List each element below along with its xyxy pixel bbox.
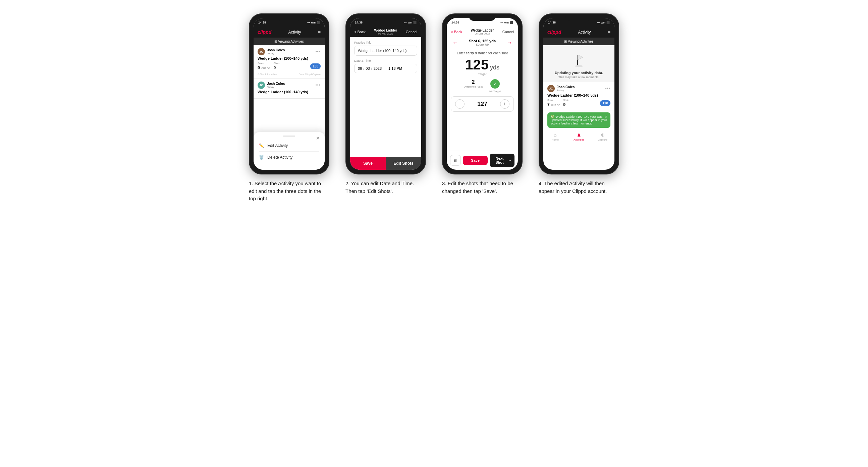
delete-label: Delete Activity <box>267 155 292 160</box>
sq-badge-4: 118 <box>600 100 611 106</box>
time-2: 14:38 <box>355 21 363 24</box>
phone-2: 14:38 ▪▪▪ wifi ⬛ < Back Wedge Ladder 06 … <box>345 13 426 175</box>
header-title-1: Activity <box>288 30 301 35</box>
time-3: 14:39 <box>452 21 459 24</box>
phone-1: 14:38 ▪▪▪ wifi ⬛ clippd Activity ≡ ⊞ Vie… <box>249 13 329 175</box>
logo-1: clippd <box>257 30 271 35</box>
phone-2-screen: 14:38 ▪▪▪ wifi ⬛ < Back Wedge Ladder 06 … <box>350 18 421 170</box>
golf-icon <box>571 52 587 68</box>
footer-left-1: ⊙ Test Information <box>257 73 277 76</box>
score-outof-1: OUT OF <box>261 67 270 69</box>
desc-3: 3. Edit the shots that need to be change… <box>442 180 523 195</box>
input-value[interactable]: 127 <box>467 101 497 108</box>
activity-card-1: JC Josh Coles Today ••• Wedge Ladder (10… <box>253 45 325 79</box>
menu-icon-1[interactable]: ≡ <box>318 30 321 35</box>
back-button-3[interactable]: < Back <box>451 30 462 34</box>
phone-4-column: 14:38 ▪▪▪ wifi ⬛ clippd Activity ≡ ⊞ Vie… <box>535 13 622 195</box>
difference-stat: 2 Difference (yds) <box>464 79 483 93</box>
phone-4-header: clippd Activity ≡ <box>543 27 615 38</box>
shots-label-1: Shots <box>273 62 279 64</box>
score-label-1: Score <box>257 62 270 64</box>
tab-bar-4: ⌂ Home ♟ Activities ⊕ Capture <box>543 130 615 143</box>
three-dots-4[interactable]: ••• <box>605 86 611 91</box>
increment-button[interactable]: + <box>500 99 509 109</box>
sq-badge-1: 130 <box>310 63 321 69</box>
updating-sub: This may take a few moments. <box>558 75 599 79</box>
time-4: 14:38 <box>548 21 556 24</box>
card-name-4: Josh Coles <box>557 85 605 89</box>
cancel-button-3[interactable]: Cancel <box>502 30 514 34</box>
card-name-1: Josh Coles <box>267 48 315 52</box>
three-dots-1[interactable]: ••• <box>315 49 321 54</box>
save-button-2[interactable]: Save <box>350 157 386 170</box>
menu-icon-4[interactable]: ≡ <box>608 30 611 35</box>
back-button-2[interactable]: < Back <box>354 30 366 34</box>
signal-icon-1: ▪▪▪ <box>307 21 310 24</box>
desc-2: 2. You can edit Date and Time. Then tap … <box>345 180 426 195</box>
nav-title-2: Wedge Ladder <box>374 29 397 32</box>
activity-card-4: JC Josh Coles Today ••• Wedge Ladder (10… <box>543 82 615 111</box>
phone-4: 14:38 ▪▪▪ wifi ⬛ clippd Activity ≡ ⊞ Vie… <box>539 13 619 175</box>
viewing-bar-1: ⊞ Viewing Activities <box>253 38 325 45</box>
edit-shots-button[interactable]: Edit Shots <box>386 157 421 170</box>
practice-title-input[interactable]: Wedge Ladder (100–140 yds) <box>354 45 417 56</box>
date-time-input[interactable]: 06 / 03 / 2023 1:13 PM <box>354 64 417 73</box>
save-button-3[interactable]: Save <box>463 156 488 165</box>
date-time-label: Date & Time <box>354 59 417 62</box>
success-toast: ✅ 'Wedge Ladder (100–140 yds)' was updat… <box>547 113 611 128</box>
phones-row: 14:38 ▪▪▪ wifi ⬛ clippd Activity ≡ ⊞ Vie… <box>246 13 622 203</box>
score-val-4: 7 <box>547 102 550 107</box>
delete-activity-item[interactable]: 🗑️ Delete Activity <box>259 152 319 163</box>
target-label: Target <box>478 72 486 76</box>
phone-4-screen: 14:38 ▪▪▪ wifi ⬛ clippd Activity ≡ ⊞ Vie… <box>543 18 615 170</box>
phone-4-notch <box>565 14 592 21</box>
tab-capture[interactable]: ⊕ Capture <box>591 132 615 141</box>
distance-value: 125 <box>465 58 489 72</box>
decrement-button[interactable]: − <box>455 99 465 109</box>
phone-2-footer: Save Edit Shots <box>350 157 421 170</box>
phone-1-column: 14:38 ▪▪▪ wifi ⬛ clippd Activity ≡ ⊞ Vie… <box>246 13 333 203</box>
phone-1-notch <box>276 14 303 21</box>
three-dots-2[interactable]: ••• <box>315 83 321 88</box>
phone-3-screen: 14:39 ▪▪▪ wifi ⬛ < Back Wedge Ladder 06 … <box>447 18 518 170</box>
delete-shot-button[interactable]: 🗑 <box>450 155 461 166</box>
desc-4: 4. The edited Activity will then appear … <box>539 180 619 195</box>
avatar-4: JC <box>547 85 555 92</box>
tab-home-label: Home <box>552 138 559 141</box>
phone-3-column: 14:39 ▪▪▪ wifi ⬛ < Back Wedge Ladder 06 … <box>439 13 526 195</box>
phone-2-column: 14:38 ▪▪▪ wifi ⬛ < Back Wedge Ladder 06 … <box>342 13 429 195</box>
next-arrow[interactable]: → <box>506 39 513 46</box>
tab-activities[interactable]: ♟ Activities <box>567 132 591 141</box>
card-title-4: Wedge Ladder (100–140 yds) <box>547 93 611 97</box>
svg-marker-1 <box>578 55 583 60</box>
bottom-sheet: ✕ ✏️ Edit Activity 🗑️ Delete Activity <box>253 132 325 170</box>
phone-3-nav: < Back Wedge Ladder 06 Mar 2023 Cancel <box>447 27 518 37</box>
edit-activity-item[interactable]: ✏️ Edit Activity <box>259 140 319 152</box>
toast-close-icon[interactable]: ✕ <box>604 115 608 119</box>
hit-target-icon: ✓ <box>490 79 500 89</box>
date-day: 06 <box>358 66 362 70</box>
shots-val-4: 9 <box>563 102 565 107</box>
card-date-2: Today <box>267 86 315 89</box>
next-shot-button[interactable]: Next Shot → <box>490 154 515 167</box>
shot-header-3: ← Shot 6, 125 yds Score 7/9 → <box>447 37 518 48</box>
nav-sub-3: 06 Mar 2023 <box>470 32 494 35</box>
prev-arrow[interactable]: ← <box>452 39 458 46</box>
date-month: 03 <box>366 66 370 70</box>
updating-section: Updating your activity data. This may ta… <box>543 45 615 82</box>
phone-1-header: clippd Activity ≡ <box>253 27 325 38</box>
diff-val: 2 <box>464 79 483 85</box>
header-title-4: Activity <box>578 30 591 35</box>
tab-home[interactable]: ⌂ Home <box>543 132 567 141</box>
cancel-button-2[interactable]: Cancel <box>406 30 417 34</box>
phone-3-footer: 🗑 Save Next Shot → <box>447 151 518 170</box>
footer-right-1: Data: Clippd Capture <box>299 73 321 76</box>
edit-icon: ✏️ <box>259 143 264 148</box>
hit-target-label: Hit Target <box>489 90 501 93</box>
tab-activities-label: Activities <box>574 138 584 141</box>
date-time-val: 1:13 PM <box>389 66 402 70</box>
status-icons-1: ▪▪▪ wifi ⬛ <box>307 21 320 24</box>
sheet-close-icon[interactable]: ✕ <box>316 135 320 141</box>
phone-2-notch <box>372 14 399 21</box>
phone-2-nav: < Back Wedge Ladder 06 Mar 2023 Cancel <box>350 27 421 37</box>
